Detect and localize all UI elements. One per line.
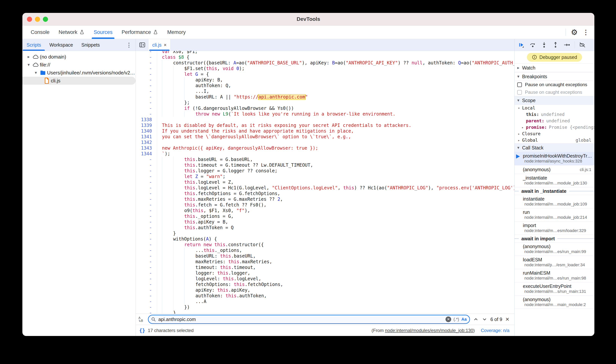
code-line[interactable]: -this.maxRetries = G.maxRetries ?? 2, (136, 196, 514, 202)
call-stack-frame[interactable]: importnode:internal/m…esm/loader:329 (515, 221, 594, 235)
code-line[interactable]: 1344`); (136, 151, 514, 157)
code-line[interactable]: -this.apiKey = B, (136, 219, 514, 225)
line-number[interactable]: 1340 (136, 128, 157, 134)
line-number[interactable]: 1339 (136, 123, 157, 128)
checkbox[interactable] (517, 90, 522, 95)
call-stack-frame[interactable]: runnode:internal/m…module_job:214 (515, 208, 594, 221)
breakpoint-gutter[interactable]: - (136, 196, 157, 202)
call-stack-frame[interactable]: promiseInitHookWithDestroyTr…node:intern… (515, 152, 594, 165)
breakpoint-gutter[interactable]: - (136, 282, 157, 287)
code-line[interactable]: -let Z = "warn"; (136, 174, 514, 179)
call-stack-frame[interactable]: _instantiatenode:internal/m…module_job:1… (515, 174, 594, 187)
tree-item-cli-js[interactable]: cli.js (22, 77, 136, 85)
breakpoint-gutter[interactable]: - (136, 304, 157, 310)
main-tab-network[interactable]: Network (54, 26, 89, 39)
chevron-right-icon[interactable]: ▸ (516, 132, 522, 136)
match-case-toggle[interactable]: Aa (462, 317, 467, 322)
call-stack-frame[interactable]: runMainESMnode:internal/m…es/run_main:98 (515, 269, 594, 282)
main-tab-performance[interactable]: Performance (117, 26, 163, 39)
scope-section-global[interactable]: ▸Globalglobal (515, 137, 594, 143)
code-line[interactable]: -throw new L9(`It looks like you're runn… (136, 111, 514, 117)
scope-variable[interactable]: parent:undefined (515, 117, 594, 124)
code-line[interactable]: -fetchOptions: this.fetchOptions, (136, 282, 514, 287)
step-into-icon[interactable] (540, 41, 548, 49)
code-line[interactable]: 1338 (136, 117, 514, 123)
code-line[interactable]: 1341you can set the \`dangerouslyAllowBr… (136, 134, 514, 140)
code-line[interactable]: -logger: this.logger, (136, 270, 514, 276)
chevron-down-icon[interactable]: ▾ (516, 106, 522, 110)
breakpoint-gutter[interactable]: - (136, 94, 157, 100)
breakpoint-gutter[interactable]: - (136, 287, 157, 293)
code-line[interactable]: -this.authToken = Q (136, 225, 514, 231)
sidebar-tab-workspace[interactable]: Workspace (45, 39, 77, 51)
navigator-more-icon[interactable]: ⋮ (126, 42, 136, 48)
source-code-viewer[interactable]: -var Xs0, $F1;-class $8 {-constructor({b… (136, 51, 514, 314)
breakpoint-gutter[interactable]: - (136, 162, 157, 168)
breakpoint-gutter[interactable]: - (136, 299, 157, 304)
sidebar-tab-snippets[interactable]: Snippets (77, 39, 104, 51)
breakpoint-gutter[interactable]: - (136, 310, 157, 314)
code-line[interactable]: 1339This is disabled by default, as it r… (136, 123, 514, 128)
code-line[interactable]: -...I, (136, 89, 514, 94)
main-tab-memory[interactable]: Memory (163, 26, 190, 39)
section-breakpoints[interactable]: ▾Breakpoints (515, 72, 594, 81)
toggle-navigator-icon[interactable] (136, 39, 148, 51)
section-scope[interactable]: ▾Scope (515, 96, 594, 105)
code-line[interactable]: -authToken: this.authToken, (136, 293, 514, 299)
code-line[interactable]: -...this._options, (136, 247, 514, 253)
section-call-stack[interactable]: ▾Call Stack (515, 143, 594, 152)
code-line[interactable]: -maxRetries: this.maxRetries, (136, 259, 514, 265)
breakpoint-gutter[interactable]: - (136, 111, 157, 117)
chevron-down-icon[interactable]: ▾ (26, 62, 31, 67)
chevron-right-icon[interactable]: ▸ (26, 54, 31, 59)
breakpoint-gutter[interactable]: - (136, 174, 157, 179)
pretty-print-icon[interactable]: {} (139, 328, 145, 333)
code-line[interactable]: -withOptions(A) { (136, 236, 514, 242)
code-line[interactable]: -apiKey: this.apiKey, (136, 287, 514, 293)
tree-item--no-domain-[interactable]: ▸(no domain) (22, 53, 136, 61)
code-line[interactable]: 1340If you understand the risks and have… (136, 128, 514, 134)
scope-section-closure[interactable]: ▸Closure (515, 130, 594, 137)
clear-search-icon[interactable]: ✕ (446, 316, 451, 322)
code-line[interactable]: -var Xs0, $F1; (136, 51, 514, 54)
regex-toggle[interactable]: (.*) (453, 317, 459, 322)
code-line[interactable]: -apiKey: B, (136, 77, 514, 83)
line-number[interactable]: 1343 (136, 145, 157, 151)
breakpoint-gutter[interactable]: - (136, 77, 157, 83)
breakpoint-gutter[interactable]: - (136, 168, 157, 174)
code-line[interactable]: -return new this.constructor({ (136, 242, 514, 247)
breakpoint-gutter[interactable]: - (136, 231, 157, 236)
breakpoint-gutter[interactable]: - (136, 105, 157, 111)
step-over-icon[interactable] (529, 41, 536, 49)
code-line[interactable]: -this.timeout = G.timeout ?? Lw.DEFAULT_… (136, 162, 514, 168)
breakpoint-gutter[interactable]: - (136, 51, 157, 54)
breakpoint-gutter[interactable]: - (136, 54, 157, 60)
breakpoint-gutter[interactable]: - (136, 247, 157, 253)
line-number[interactable]: 1344 (136, 151, 157, 157)
close-search-icon[interactable]: ✕ (505, 316, 509, 322)
call-stack-frame[interactable]: (anonymous)node:internal/m…es/run_main:9… (515, 243, 594, 256)
code-line[interactable]: -this.logger = G.logger ?? console; (136, 168, 514, 174)
breakpoint-gutter[interactable]: - (136, 66, 157, 71)
tab-cli-js[interactable]: cli.js × (148, 39, 170, 51)
breakpoint-gutter[interactable]: - (136, 253, 157, 259)
breakpoint-gutter[interactable]: - (136, 185, 157, 191)
scope-variable[interactable]: ▸promise:Promise {<pending>} (515, 124, 594, 130)
step-icon[interactable] (563, 41, 571, 49)
code-line[interactable]: -...A (136, 299, 514, 304)
breakpoint-gutter[interactable]: - (136, 265, 157, 270)
breakpoint-gutter[interactable]: - (136, 213, 157, 219)
chevron-right-icon[interactable]: ▸ (519, 125, 526, 129)
breakpoint-gutter[interactable]: - (136, 100, 157, 105)
next-match-icon[interactable] (482, 316, 487, 322)
breakpoint-gutter[interactable]: - (136, 242, 157, 247)
breakpoint-gutter[interactable]: - (136, 89, 157, 94)
code-line[interactable]: -let G = { (136, 71, 514, 77)
code-line[interactable]: -timeout: this.timeout, (136, 265, 514, 270)
breakpoint-gutter[interactable]: - (136, 71, 157, 77)
search-input[interactable]: api.anthropic.com ✕ (.*) Aa (148, 315, 470, 324)
deactivate-breakpoints-icon[interactable] (579, 41, 586, 49)
breakpoint-gutter[interactable]: - (136, 208, 157, 213)
chevron-right-icon[interactable]: ▸ (516, 138, 522, 142)
code-line[interactable]: -this.logLevel = Hc1(G.logLevel, "Client… (136, 185, 514, 191)
